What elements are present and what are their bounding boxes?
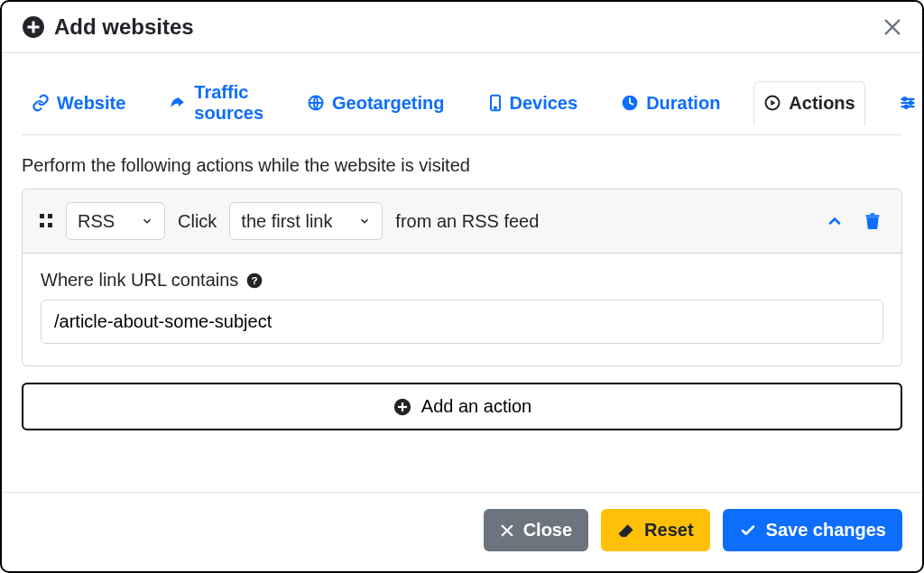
tab-label: Geotargeting <box>332 93 444 114</box>
select-value: RSS <box>78 211 115 232</box>
modal-title: Add websites <box>54 14 194 40</box>
tab-website[interactable]: Website <box>22 81 135 125</box>
click-label: Click <box>178 211 217 232</box>
chevron-down-icon <box>358 215 371 227</box>
share-icon <box>169 94 187 112</box>
svg-rect-12 <box>48 214 52 218</box>
tab-duration[interactable]: Duration <box>611 81 730 125</box>
tab-bar: Website Traffic sources Geotargeting Dev… <box>22 69 902 135</box>
svg-rect-11 <box>40 214 44 218</box>
action-type-select[interactable]: RSS <box>66 202 165 240</box>
action-card-body: Where link URL contains ? <box>23 254 901 365</box>
action-card-header: RSS Click the first link from an RSS fee… <box>23 189 901 254</box>
save-changes-button[interactable]: Save changes <box>723 509 902 551</box>
tab-label: Duration <box>646 93 720 114</box>
link-position-select[interactable]: the first link <box>229 202 383 240</box>
close-label: Close <box>523 520 572 541</box>
delete-action-button[interactable] <box>860 208 885 235</box>
tab-label: Website <box>57 93 125 114</box>
svg-rect-2 <box>28 25 40 28</box>
add-action-label: Add an action <box>421 396 531 417</box>
check-icon <box>739 522 757 539</box>
svg-point-5 <box>494 106 496 108</box>
help-icon[interactable]: ? <box>245 272 263 290</box>
add-websites-modal: Add websites Website Traffic sources <box>0 0 924 573</box>
modal-title-group: Add websites <box>22 14 194 40</box>
clock-icon <box>621 94 639 112</box>
mobile-icon <box>488 94 503 112</box>
reset-label: Reset <box>644 520 693 541</box>
tab-devices[interactable]: Devices <box>478 81 588 125</box>
svg-rect-21 <box>398 405 407 407</box>
tab-label: Devices <box>510 93 578 114</box>
suffix-label: from an RSS feed <box>395 211 539 232</box>
tab-actions[interactable]: Actions <box>753 81 864 125</box>
select-value: the first link <box>241 211 332 232</box>
action-card: RSS Click the first link from an RSS fee… <box>22 189 902 366</box>
modal-footer: Close Reset Save changes <box>2 492 922 571</box>
tab-limits[interactable]: Limits <box>889 81 924 125</box>
section-intro: Perform the following actions while the … <box>22 150 902 189</box>
drag-handle-icon[interactable] <box>39 212 53 230</box>
play-circle-icon <box>763 94 781 112</box>
chevron-down-icon <box>141 215 153 227</box>
x-icon <box>500 523 514 538</box>
svg-point-8 <box>903 97 906 100</box>
plus-circle-icon <box>393 397 412 417</box>
filter-label: Where link URL contains <box>41 270 238 291</box>
svg-rect-14 <box>48 223 52 227</box>
save-label: Save changes <box>766 520 886 541</box>
link-icon <box>32 94 50 112</box>
eraser-icon <box>617 522 635 539</box>
modal-body: Website Traffic sources Geotargeting Dev… <box>2 53 922 479</box>
svg-point-10 <box>904 106 907 108</box>
filter-label-row: Where link URL contains ? <box>41 270 883 291</box>
url-contains-input[interactable] <box>41 300 883 344</box>
modal-header: Add websites <box>2 2 922 53</box>
svg-rect-15 <box>866 215 880 217</box>
svg-rect-13 <box>40 223 44 227</box>
svg-rect-16 <box>871 213 875 215</box>
collapse-toggle[interactable] <box>822 208 847 234</box>
sliders-icon <box>899 94 917 112</box>
tab-traffic-sources[interactable]: Traffic sources <box>159 70 273 135</box>
svg-text:?: ? <box>252 274 258 286</box>
plus-circle-icon <box>22 15 45 39</box>
close-icon[interactable] <box>882 17 902 37</box>
svg-point-9 <box>909 101 911 104</box>
add-action-button[interactable]: Add an action <box>22 383 902 430</box>
globe-icon <box>307 94 325 112</box>
close-button[interactable]: Close <box>484 509 588 551</box>
tab-geotargeting[interactable]: Geotargeting <box>297 81 454 125</box>
reset-button[interactable]: Reset <box>601 509 709 551</box>
tab-label: Actions <box>789 93 855 114</box>
tab-label: Traffic sources <box>194 82 263 124</box>
